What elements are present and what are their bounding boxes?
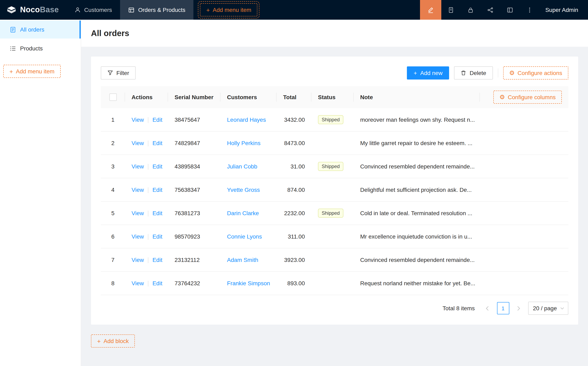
column-header-serial-number: Serial Number [168,86,220,108]
configure-columns-button[interactable]: ⚙ Configure columns [493,91,562,104]
ui-editor-button[interactable] [420,0,441,20]
edit-link[interactable]: Edit [152,116,162,123]
sidebar-item-label: All orders [20,26,44,33]
customer-link[interactable]: Yvette Gross [227,186,260,193]
configure-actions-button[interactable]: ⚙ Configure actions [503,66,568,79]
table-row: 3 ViewEdit 43895834 Julian Cobb 31.00 Sh… [101,155,568,178]
gear-icon: ⚙ [499,94,505,100]
layout-button[interactable] [500,0,520,20]
page-header: All orders [81,20,588,47]
total-cell: 3923.00 [277,248,311,272]
edit-link[interactable]: Edit [152,163,162,170]
view-link[interactable]: View [132,163,144,170]
edit-link[interactable]: Edit [152,257,162,263]
table-row: 2 ViewEdit 74829847 Holly Perkins 8473.0… [101,131,568,155]
plus-icon: + [9,68,13,74]
user-icon [74,7,81,13]
plus-icon: + [97,338,101,344]
view-link[interactable]: View [132,186,144,193]
note-cell: Delightful met sufficient projection ask… [354,178,480,201]
serial-cell: 75638347 [168,178,220,201]
sidebar-item-products[interactable]: Products [0,39,81,57]
row-index: 6 [101,225,125,248]
customer-link[interactable]: Leonard Hayes [227,116,266,123]
customer-link[interactable]: Holly Perkins [227,140,260,146]
prev-page-button[interactable] [481,302,494,314]
table-toolbar: Filter + Add new [101,66,568,79]
view-link[interactable]: View [132,116,144,123]
delete-button[interactable]: Delete [454,66,493,79]
edit-link[interactable]: Edit [152,233,162,240]
main-nav: Customers Orders & Products [66,0,194,20]
column-header-actions: Actions [125,86,168,108]
edit-link[interactable]: Edit [152,280,162,287]
logo-text: NocoBase [20,5,59,14]
table-header-row: Actions Serial Number Customers Total St… [101,86,568,108]
form-icon [448,7,454,13]
page-number-button[interactable]: 1 [497,302,509,314]
nav-item-orders-products[interactable]: Orders & Products [120,0,193,20]
view-link[interactable]: View [132,280,144,287]
add-block-button[interactable]: + Add block [91,335,135,348]
view-link[interactable]: View [132,233,144,240]
sidebar: All orders Products + Add menu item [0,20,81,366]
customer-link[interactable]: Julian Cobb [227,163,257,170]
pagination: Total 8 items 1 [101,302,568,315]
total-cell: 31.00 [277,155,311,178]
customer-link[interactable]: Adam Smith [227,257,258,263]
action-divider [148,257,148,263]
api-button[interactable] [481,0,500,20]
lock-button[interactable] [461,0,481,20]
form-button[interactable] [441,0,461,20]
next-page-button[interactable] [513,302,525,314]
customer-link[interactable]: Connie Lyons [227,233,262,240]
plus-icon: + [206,7,210,13]
current-user[interactable]: Super Admin [540,0,588,20]
total-cell: 874.00 [277,178,311,201]
view-link[interactable]: View [132,140,144,146]
serial-cell: 74829847 [168,131,220,155]
serial-cell: 38475647 [168,108,220,131]
edit-link[interactable]: Edit [152,210,162,216]
edit-link[interactable]: Edit [152,140,162,146]
lock-icon [468,7,474,13]
serial-cell: 43895834 [168,155,220,178]
table-row: 7 ViewEdit 23132112 Adam Smith 3923.00 C… [101,248,568,272]
note-cell: Convinced resembled dependent remainde..… [354,155,480,178]
toolbar-divider [498,69,498,77]
total-cell: 2232.00 [277,201,311,225]
page-size-select[interactable]: 20 / page [528,302,568,315]
nav-item-customers[interactable]: Customers [66,0,120,20]
pagination-total: Total 8 items [443,305,475,312]
customer-link[interactable]: Darin Clarke [227,210,259,216]
app-root: NocoBase Customers Orders & Products [0,0,588,366]
app-header: NocoBase Customers Orders & Products [0,0,588,20]
more-button[interactable] [520,0,540,20]
add-new-button[interactable]: + Add new [407,66,449,79]
page-title: All orders [91,29,129,38]
table-row: 6 ViewEdit 98570923 Connie Lyons 311.00 … [101,225,568,248]
action-divider [148,117,148,123]
view-link[interactable]: View [132,257,144,263]
customer-link[interactable]: Frankie Simpson [227,280,270,287]
action-divider [148,164,148,170]
orders-table-card: Filter + Add new [91,57,578,325]
chevron-left-icon [486,305,489,311]
view-link[interactable]: View [132,210,144,216]
action-divider [148,281,148,287]
serial-cell: 73764232 [168,272,220,295]
orders-table: Actions Serial Number Customers Total St… [101,86,568,295]
nav-label: Orders & Products [138,7,185,13]
select-all-checkbox[interactable] [109,93,117,101]
column-header-note: Note [354,86,480,108]
row-index: 3 [101,155,125,178]
sidebar-item-all-orders[interactable]: All orders [0,21,81,38]
note-cell: Mr excellence inquietude conviction is i… [354,225,480,248]
add-menu-item-button-header[interactable]: + Add menu item [200,3,257,16]
total-cell: 8473.00 [277,131,311,155]
trash-icon [460,70,466,76]
filter-button[interactable]: Filter [101,66,136,79]
add-menu-item-button-sidebar[interactable]: + Add menu item [3,65,61,78]
edit-link[interactable]: Edit [152,186,162,193]
action-divider [148,141,148,146]
